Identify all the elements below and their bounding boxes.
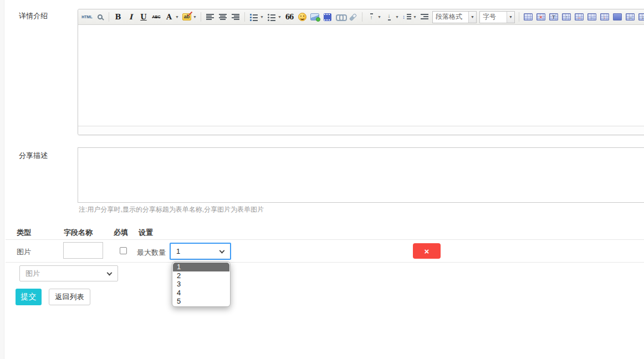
unordered-list-icon[interactable] [265,11,278,23]
align-left-icon[interactable] [204,11,216,23]
col-header-settings: 设置 [139,228,153,238]
editor-toolbar: HTMLBIUABCA▼ab▼▼▼66↑▼↓▼↕▼段落格式▼字号▼×T↑→←↓→… [78,9,644,25]
font-color-dropdown-arrow[interactable]: ▼ [175,11,180,23]
cell-merge-icon[interactable] [611,11,623,23]
max-count-select[interactable]: 1 [170,243,231,260]
bold-icon[interactable]: B [112,11,124,23]
toolbar-separator [109,12,109,22]
line-height-dropdown-arrow[interactable]: ▼ [412,11,417,23]
delete-row-button[interactable]: × [413,243,441,259]
dropdown-option-3[interactable]: 3 [173,280,229,289]
preview-icon[interactable] [94,11,106,23]
share-desc-label: 分享描述 [19,151,48,161]
unordered-list-dropdown-arrow[interactable]: ▼ [277,11,282,23]
field-type-select[interactable]: 图片 [19,265,118,281]
table-props-icon[interactable]: T [548,11,560,23]
header-divider [6,239,644,240]
margin-bottom-icon[interactable]: ↓ [383,11,395,23]
share-note-text: 注:用户分享时,显示的分享标题为表单名称,分享图片为表单图片 [79,205,264,214]
underline-icon[interactable]: U [137,11,150,23]
rich-text-editor: HTMLBIUABCA▼ab▼▼▼66↑▼↓▼↕▼段落格式▼字号▼×T↑→←↓→… [78,9,644,135]
line-height-icon[interactable]: ↕ [401,11,413,23]
margin-bottom-dropdown-arrow[interactable]: ▼ [395,11,400,23]
back-to-list-button[interactable]: 返回列表 [49,289,90,305]
required-checkbox[interactable] [120,247,127,254]
chevron-down-icon[interactable]: ▼ [507,12,514,23]
dropdown-option-1[interactable]: 1 [173,263,229,271]
emoticon-icon[interactable] [296,11,308,23]
dropdown-option-2[interactable]: 2 [173,271,229,280]
chevron-down-icon [107,270,113,275]
delete-x-icon: × [425,247,430,255]
insert-table-icon[interactable] [522,11,534,23]
max-count-label: 最大数量 [137,248,166,258]
align-center-icon[interactable] [217,11,229,23]
editor-content-area[interactable] [78,25,644,126]
highlight-dropdown-arrow[interactable]: ▼ [192,11,197,23]
col-header-required: 必填 [114,228,128,238]
ordered-list-icon[interactable] [248,11,260,23]
insert-row-above-icon[interactable]: ↑ [560,11,573,23]
html-source-icon[interactable]: HTML [81,11,93,23]
insert-row-right-icon[interactable]: → [573,11,585,23]
indent-icon[interactable] [418,11,431,23]
toolbar-separator [201,12,201,22]
font-size-select[interactable]: 字号▼ [479,11,515,23]
media-icon[interactable] [321,11,334,23]
italic-icon[interactable]: I [125,11,137,23]
strikethrough-icon[interactable]: ABC [150,11,162,23]
paragraph-format-select[interactable]: 段落格式▼ [432,11,477,23]
toolbar-separator [519,12,519,22]
row-type-label: 图片 [17,247,31,257]
chevron-down-icon [219,248,225,253]
field-name-input[interactable] [63,242,103,259]
dropdown-option-4[interactable]: 4 [173,289,229,298]
dropdown-option-5[interactable]: 5 [173,297,229,306]
max-count-dropdown-popup: 12345 [172,261,231,307]
font-color-icon[interactable]: A [163,11,175,23]
col-header-type: 类型 [17,228,31,238]
align-right-icon[interactable] [229,11,242,23]
col-header-field-name: 字段名称 [64,228,93,238]
delete-row-icon[interactable]: ↓ [599,11,611,23]
image-icon[interactable] [309,11,321,23]
detail-intro-label: 详情介绍 [19,11,48,21]
ordered-list-dropdown-arrow[interactable]: ▼ [259,11,264,23]
margin-top-dropdown-arrow[interactable]: ▼ [377,11,382,23]
delete-table-icon[interactable]: × [535,11,547,23]
link-icon[interactable] [334,11,346,23]
merge-down-icon[interactable]: ↓ [637,11,644,23]
share-desc-textarea[interactable] [78,147,644,203]
insert-col-icon[interactable]: ← [586,11,598,23]
page-left-edge [0,0,4,359]
paragraph-format-label: 段落格式 [433,12,468,22]
submit-button[interactable]: 提交 [16,289,42,305]
toolbar-separator [244,12,245,22]
field-type-value: 图片 [25,269,40,279]
chevron-down-icon[interactable]: ▼ [468,12,476,23]
merge-right-icon[interactable]: → [624,11,636,23]
highlight-icon[interactable]: ab [181,11,193,23]
margin-top-icon[interactable]: ↑ [365,11,377,23]
remove-format-icon[interactable] [347,11,359,23]
toolbar-separator [362,12,362,22]
blockquote-icon[interactable]: 66 [283,11,295,23]
editor-statusbar[interactable] [78,126,644,135]
max-count-value: 1 [176,247,180,255]
row-divider [6,262,644,263]
font-size-label: 字号 [480,12,507,22]
